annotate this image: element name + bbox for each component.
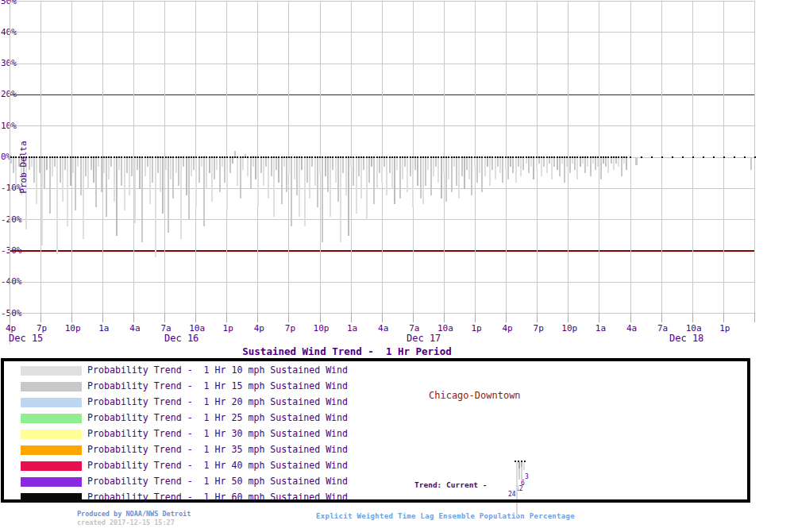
zero-line-dash [314, 156, 316, 158]
zero-line-dash [468, 156, 470, 158]
prob-delta-bar [348, 158, 349, 236]
legend-label: Probability Trend - 1 Hr 60 mph Sustaine… [87, 492, 348, 503]
zero-line-dash [288, 156, 290, 158]
zero-line-dash [237, 156, 238, 158]
zero-line-dash [49, 156, 51, 158]
x-tick-label: 7a [657, 324, 668, 333]
zero-line-dash [522, 156, 524, 158]
station-name: Chicago-Downtown [429, 390, 521, 401]
zero-line-dash [301, 156, 303, 158]
zero-line-dash [461, 156, 463, 158]
zero-line-dash [80, 156, 82, 158]
prob-delta-bar [95, 158, 97, 208]
zero-line-dash [611, 156, 612, 158]
zero-line-dash [283, 156, 285, 158]
zero-line-dash [723, 156, 725, 158]
zero-line-dash [592, 156, 594, 158]
x-tick-label: 4p [502, 324, 512, 333]
legend-label: Probability Trend - 1 Hr 10 mph Sustaine… [87, 365, 348, 376]
legend-swatch [21, 461, 82, 471]
zero-line-dash [605, 156, 607, 158]
zero-line-dash [103, 156, 105, 158]
prob-delta-bar [379, 158, 380, 174]
zero-line-dash [234, 156, 236, 158]
prob-delta-bar [121, 158, 122, 186]
zero-line-dash [402, 156, 403, 158]
zero-line-dash [576, 156, 578, 158]
zero-line-dash [255, 156, 256, 158]
zero-line-dash [242, 156, 244, 158]
prob-delta-bar [417, 158, 418, 186]
prob-delta-bar [141, 158, 143, 242]
zero-line-dash [203, 156, 205, 158]
prob-delta-bar [252, 158, 254, 168]
y-tick-label: -40% [1, 277, 22, 286]
prob-delta-bar [412, 158, 414, 208]
prob-delta-bar [414, 158, 416, 171]
zero-line-dash [317, 156, 318, 158]
zero-line-dash [526, 156, 527, 158]
prob-delta-bar [561, 158, 563, 164]
zero-line-dash [381, 156, 383, 158]
zero-line-dash [479, 156, 480, 158]
zero-line-dash [108, 156, 110, 158]
prob-delta-bar [507, 158, 509, 180]
zero-line-dash [497, 156, 499, 158]
footer-caption: Explicit Weighted Time Lag Ensemble Popu… [316, 512, 575, 520]
prob-delta-bar [193, 158, 195, 171]
zero-line-dash [443, 156, 445, 158]
zero-line-dash [476, 156, 478, 158]
zero-line-dash [206, 156, 207, 158]
x-tick-mark [40, 313, 41, 322]
zero-line-dash [260, 156, 262, 158]
prob-delta-bar [366, 158, 368, 221]
zero-line-dash [64, 156, 66, 158]
zero-line-dash [376, 156, 378, 158]
zero-line-dash [417, 156, 418, 158]
x-tick-mark [444, 313, 445, 322]
prob-delta-bar [219, 158, 221, 192]
zero-line-dash [147, 156, 148, 158]
prob-delta-bar [505, 158, 507, 171]
zero-line-dash [559, 156, 561, 158]
prob-delta-bar [180, 158, 182, 239]
zero-line-dash [327, 156, 329, 158]
prob-delta-bar [229, 158, 231, 174]
zero-line-dash [52, 156, 53, 158]
zero-line-dash [70, 156, 71, 158]
x-tick-mark [102, 313, 103, 322]
x-tick-label: 7p [37, 324, 47, 333]
zero-line-dash [83, 156, 84, 158]
prob-delta-bar [147, 158, 148, 168]
prob-delta-bar [131, 158, 133, 177]
prob-delta-bar [546, 158, 548, 174]
zero-line-dash [31, 156, 33, 158]
prob-delta-bar [448, 158, 449, 180]
prob-delta-bar [72, 158, 74, 174]
zero-line-dash [345, 156, 347, 158]
prob-delta-bar [427, 158, 429, 171]
zero-line-dash [211, 156, 213, 158]
zero-line-dash [422, 156, 424, 158]
zero-line-dash [569, 156, 571, 158]
zero-line-dash [404, 156, 406, 158]
prob-delta-bar [224, 158, 225, 183]
y-tick-label: -20% [1, 215, 22, 224]
prob-delta-bar [75, 158, 76, 211]
zero-line-dash [451, 156, 453, 158]
zero-line-dash [394, 156, 395, 158]
prob-delta-bar [265, 158, 267, 168]
prob-delta-bar [271, 158, 272, 177]
prob-delta-bar [580, 158, 581, 168]
zero-line-dash [141, 156, 143, 158]
zero-line-dash [618, 156, 619, 158]
trend-current-label: Trend: Current - [414, 480, 488, 489]
prob-delta-bar [466, 158, 468, 171]
zero-line-dash [590, 156, 592, 158]
zero-line-dash [682, 156, 684, 158]
prob-delta-bar [56, 158, 58, 255]
prob-delta-bar [340, 158, 341, 242]
prob-delta-bar [145, 158, 146, 177]
zero-line-dash [195, 156, 197, 158]
zero-line-dash [309, 156, 310, 158]
